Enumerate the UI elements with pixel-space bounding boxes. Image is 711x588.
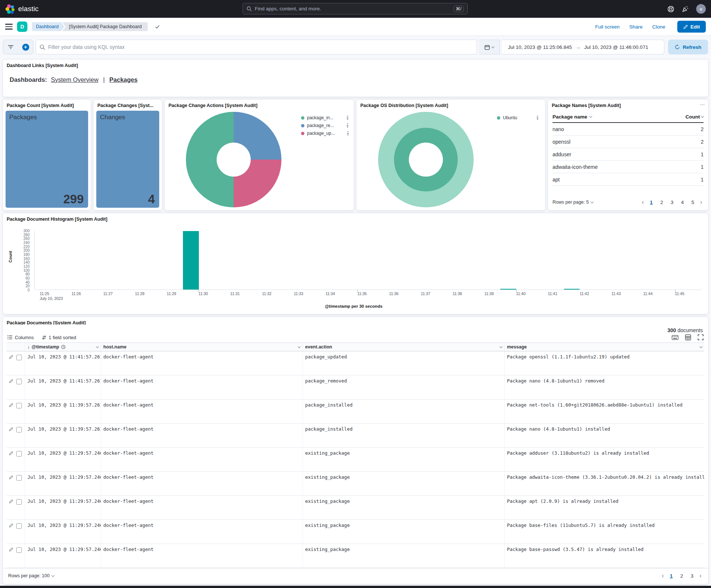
pagination-page-2[interactable]: 2: [657, 198, 666, 207]
expand-row-icon[interactable]: [9, 427, 13, 431]
pagination-page-3[interactable]: 3: [688, 571, 697, 580]
sort-icon: [42, 335, 46, 340]
filters-button[interactable]: [3, 40, 18, 54]
legend-item[interactable]: package_in...: [301, 115, 348, 120]
sorted-fields-button[interactable]: 1 field sorted: [42, 335, 76, 340]
rows-per-page-select[interactable]: Rows per page: 5: [553, 200, 593, 205]
pagination-page-4[interactable]: 4: [678, 198, 687, 207]
pagination-next-icon[interactable]: ›: [699, 199, 704, 206]
columns-button[interactable]: Columns: [7, 335, 34, 340]
histogram-bar[interactable]: [500, 289, 516, 290]
link-system-overview[interactable]: System Overview: [51, 76, 98, 83]
x-tickmark: [198, 290, 199, 292]
edit-button[interactable]: Edit: [677, 21, 706, 33]
table-row[interactable]: apt1: [553, 173, 704, 186]
row-checkbox[interactable]: [16, 355, 22, 360]
row-checkbox[interactable]: [16, 427, 22, 432]
global-search-input[interactable]: [255, 6, 451, 11]
y-tick-label: 120: [23, 264, 30, 268]
elastic-logo[interactable]: elastic: [5, 4, 39, 14]
pagination-page-5[interactable]: 5: [688, 198, 697, 207]
user-avatar[interactable]: e: [696, 4, 706, 14]
expand-row-icon[interactable]: [9, 403, 13, 407]
refresh-button[interactable]: Refresh: [668, 40, 708, 54]
row-checkbox[interactable]: [16, 475, 22, 481]
expand-row-icon[interactable]: [9, 499, 13, 504]
row-checkbox[interactable]: [16, 523, 22, 529]
column-header-count[interactable]: Count: [660, 114, 704, 120]
expand-row-icon[interactable]: [9, 355, 13, 359]
package-count-metric[interactable]: Packages 299: [6, 111, 88, 208]
newsfeed-icon[interactable]: [682, 6, 689, 13]
legend-more-icon[interactable]: [337, 116, 348, 120]
x-tick-label: 11:38: [453, 291, 462, 296]
pagination-page-1[interactable]: 1: [667, 571, 676, 580]
legend-item[interactable]: Ubuntu: [497, 115, 538, 120]
table-row[interactable]: openssl2: [553, 136, 704, 148]
expand-row-icon[interactable]: [9, 379, 13, 383]
table-row[interactable]: adwaita-icon-theme1: [553, 161, 704, 173]
histogram-bar[interactable]: [564, 289, 580, 290]
pagination-prev-icon[interactable]: ‹: [640, 199, 645, 206]
add-filter-button[interactable]: +: [18, 40, 33, 54]
pagination-page-1[interactable]: 1: [647, 198, 656, 207]
pagination-page-2[interactable]: 2: [677, 571, 686, 580]
legend-more-icon[interactable]: [337, 131, 349, 136]
row-checkbox[interactable]: [16, 403, 22, 408]
keyboard-icon[interactable]: [672, 335, 678, 340]
table-row[interactable]: adduser1: [553, 148, 704, 161]
expand-row-icon[interactable]: [9, 523, 13, 528]
display-options-icon[interactable]: [685, 334, 691, 340]
column-header-event-action[interactable]: event.action: [303, 343, 505, 351]
legend-item[interactable]: package_up...: [301, 131, 348, 136]
date-from[interactable]: Jul 10, 2023 @ 11:25:06.845: [508, 44, 572, 50]
package-changes-metric[interactable]: Changes 4: [96, 111, 159, 208]
event-action-cell: existing_package: [303, 496, 505, 519]
histogram-bar[interactable]: [183, 231, 199, 290]
message-cell: Package base-passwd (3.5.47) is already …: [505, 544, 704, 568]
column-header-message[interactable]: message: [505, 343, 704, 351]
column-header-timestamp[interactable]: ↓ @timestamp: [25, 343, 101, 351]
global-search[interactable]: ⌘/: [243, 3, 468, 14]
expand-row-icon[interactable]: [9, 451, 13, 455]
date-picker-button[interactable]: [479, 40, 500, 54]
share-link[interactable]: Share: [629, 24, 642, 30]
expand-row-icon[interactable]: [9, 475, 13, 480]
os-distribution-donut-chart[interactable]: [378, 112, 474, 207]
panel-title: Package Documents [System Audit]: [3, 317, 708, 325]
host-name-cell: docker-fleet-agent: [101, 520, 303, 544]
date-to[interactable]: Jul 10, 2023 @ 11:46:00.071: [584, 44, 648, 50]
link-packages[interactable]: Packages: [109, 76, 137, 83]
legend-item[interactable]: package_re...: [301, 123, 348, 128]
row-checkbox[interactable]: [16, 547, 22, 553]
legend-more-icon[interactable]: [337, 123, 348, 128]
link-separator: |: [103, 76, 104, 83]
host-name-cell: docker-fleet-agent: [101, 544, 303, 568]
panel-options-icon[interactable]: ⋯: [700, 102, 705, 107]
pagination-page-3[interactable]: 3: [668, 198, 677, 207]
rows-per-page-select[interactable]: Rows per page: 100: [8, 573, 54, 578]
documents-footer: Rows per page: 100 ‹123›: [3, 568, 708, 584]
clone-link[interactable]: Clone: [652, 24, 665, 30]
check-icon[interactable]: [154, 24, 160, 30]
column-header-package-name[interactable]: Package name: [553, 114, 660, 120]
help-icon[interactable]: [667, 6, 674, 13]
row-checkbox[interactable]: [16, 451, 22, 457]
table-row[interactable]: nano2: [553, 123, 704, 136]
pagination-next-icon[interactable]: ›: [698, 572, 703, 579]
full-screen-link[interactable]: Full screen: [595, 24, 620, 30]
menu-icon[interactable]: [5, 24, 13, 30]
fullscreen-icon[interactable]: [698, 334, 704, 340]
x-tick-label: 11:45: [675, 291, 685, 296]
breadcrumb-dashboard[interactable]: Dashboard: [32, 22, 64, 31]
change-actions-donut-chart[interactable]: [186, 112, 281, 207]
kql-query-input[interactable]: [48, 44, 473, 50]
legend-more-icon[interactable]: [527, 116, 538, 120]
pagination-prev-icon[interactable]: ‹: [660, 572, 665, 579]
row-checkbox[interactable]: [16, 379, 22, 384]
column-header-host-name[interactable]: host.name: [101, 343, 303, 351]
row-checkbox[interactable]: [16, 499, 22, 505]
expand-row-icon[interactable]: [9, 547, 13, 552]
space-badge[interactable]: D: [17, 21, 27, 32]
legend-dot-icon: [301, 124, 304, 127]
